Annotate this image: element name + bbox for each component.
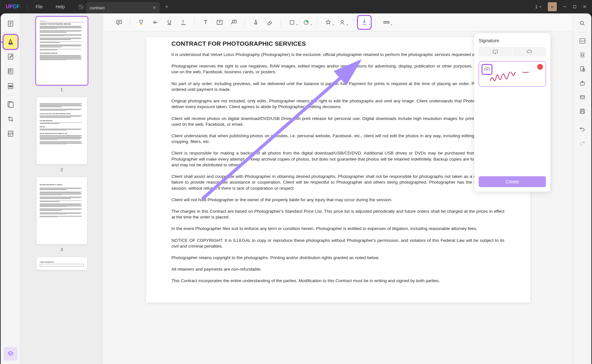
svg-rect-55 (493, 50, 498, 53)
redo-tool[interactable] (576, 136, 589, 150)
signature-item[interactable]: − (479, 61, 546, 87)
page-indicator[interactable]: 1 (535, 4, 542, 9)
sticker-tool[interactable]: ▾ (300, 16, 312, 29)
svg-rect-63 (580, 53, 584, 58)
right-toolbar: OCR (573, 13, 591, 364)
protect-tool[interactable] (576, 62, 589, 76)
paragraph: Photographer retains copyright to the ph… (172, 255, 505, 261)
pencil-tool[interactable] (249, 16, 262, 29)
thumbnail-page-1[interactable]: Client Name: _______ CONTRACT FOR PHOTOG… (36, 17, 87, 84)
reader-tool[interactable] (4, 17, 18, 31)
tab-label: contract (90, 5, 153, 10)
ocr-tool[interactable]: OCR (576, 34, 589, 48)
stamp-tool[interactable]: ▾ (322, 16, 335, 29)
thumbnail-number-3: 3 (61, 247, 63, 252)
paragraph: Client shall assist and cooperate with P… (172, 174, 505, 191)
signature-tool[interactable]: ▾ (358, 16, 371, 29)
left-toolbar (1, 13, 20, 364)
signature-tab-cloud[interactable] (513, 47, 546, 57)
share-tool[interactable] (576, 76, 589, 90)
undo-tool[interactable] (576, 122, 589, 136)
search-tool[interactable] (576, 17, 589, 30)
squiggly-tool[interactable]: T (177, 16, 190, 29)
thumbnail-page-3[interactable]: RELEASE AND WAIVER OF LIABILITY (36, 177, 87, 244)
strikethrough-tool[interactable]: S (149, 16, 162, 29)
document-viewer: S T ▾ ▾ ▾ ▾ ▾ ▾ CONTRACT FOR PHOTOGRAPHI… (103, 13, 573, 364)
svg-point-59 (580, 21, 583, 24)
paragraph: In the event Photographer files suit to … (172, 226, 505, 232)
paragraph: NOTICE OF COPYRIGHT: It is ILLEGAL to co… (172, 238, 505, 249)
menu-file[interactable]: File (29, 4, 49, 9)
paragraph: Client is responsible for making a backu… (172, 150, 505, 168)
paragraph: Client will receive photos on digital do… (172, 116, 505, 127)
shape-tool[interactable]: ▾ (286, 16, 298, 29)
tab-empty-icon (76, 2, 86, 12)
signature-preview (489, 72, 537, 83)
thumbnail-number-1: 1 (61, 87, 63, 92)
create-signature-button[interactable]: Create (479, 176, 546, 187)
eraser-tool[interactable] (264, 16, 276, 29)
svg-line-1 (79, 5, 82, 8)
text-tool[interactable] (199, 16, 212, 29)
menu-help[interactable]: Help (49, 4, 71, 9)
paragraph: Photographer reserves the right to use n… (172, 63, 505, 75)
signature-panel: Signature − Create (474, 33, 550, 192)
svg-point-19 (9, 71, 9, 71)
user-avatar[interactable]: h (548, 2, 557, 11)
svg-rect-71 (581, 112, 583, 114)
svg-text:T: T (182, 20, 184, 24)
close-button[interactable] (582, 4, 587, 9)
thumbnail-number-2: 2 (61, 167, 63, 172)
svg-point-46 (341, 20, 344, 22)
svg-text:OCR: OCR (580, 40, 585, 42)
callout-tool[interactable] (227, 16, 240, 29)
email-tool[interactable] (576, 91, 589, 104)
new-tab-button[interactable] (162, 2, 172, 12)
thumbnail-page-4[interactable]: CLIENT INFORMATION (36, 257, 87, 270)
app-logo: UPDF (0, 4, 26, 10)
highlight-tool[interactable] (135, 16, 148, 29)
svg-line-43 (269, 22, 271, 24)
comment-tool[interactable] (4, 35, 18, 49)
note-tool[interactable] (113, 16, 126, 29)
paragraph: Client understands that when publishing … (172, 133, 505, 145)
organize-tool[interactable] (4, 64, 18, 78)
document-tab[interactable]: contract × (86, 2, 160, 13)
signature-tab-local[interactable] (479, 47, 512, 57)
titlebar: UPDF | File Help contract × 1 h (0, 0, 592, 13)
layers-tool[interactable] (4, 347, 18, 361)
underline-tool[interactable] (163, 16, 176, 29)
paragraph: Original photographs are not included, o… (172, 98, 505, 110)
svg-rect-24 (9, 102, 13, 108)
delete-signature-icon[interactable]: − (537, 64, 543, 70)
maximize-button[interactable] (573, 5, 577, 9)
measure-tool[interactable]: ▾ (380, 16, 393, 29)
paragraph: It is understood that Velvet Lotus Photo… (172, 52, 505, 58)
svg-rect-64 (581, 54, 583, 56)
minimize-button[interactable] (563, 4, 567, 9)
tools-tool[interactable] (4, 97, 18, 111)
tab-close-icon[interactable]: × (153, 5, 156, 11)
paragraph: This Contract incorporates the entire un… (172, 278, 505, 284)
svg-line-60 (583, 24, 584, 26)
svg-rect-29 (140, 24, 143, 25)
attachment-tool[interactable]: ▾ (336, 16, 349, 29)
svg-rect-68 (580, 96, 584, 99)
save-tool[interactable] (576, 105, 589, 118)
signature-title: Signature (479, 38, 546, 43)
form-tool[interactable] (4, 127, 18, 141)
page-number: 1 (535, 4, 538, 9)
svg-point-20 (9, 72, 9, 72)
annotation-toolbar: S T ▾ ▾ ▾ ▾ ▾ ▾ (103, 13, 573, 31)
paragraph: No part of any order, including previews… (172, 81, 505, 92)
crop-tool[interactable] (4, 112, 18, 126)
document-page: CONTRACT FOR PHOTOGRAPHIC SERVICES It is… (146, 37, 530, 303)
thumbnail-page-2[interactable]: FOR ALL FEES NOT INCLUDING WEDDING PHOTO… (36, 97, 87, 164)
compress-tool[interactable] (576, 48, 589, 62)
svg-rect-22 (9, 86, 12, 87)
edit-tool[interactable] (4, 50, 18, 64)
svg-rect-44 (290, 20, 294, 24)
svg-rect-5 (573, 5, 576, 8)
redact-tool[interactable] (4, 79, 18, 93)
textbox-tool[interactable] (213, 16, 226, 29)
